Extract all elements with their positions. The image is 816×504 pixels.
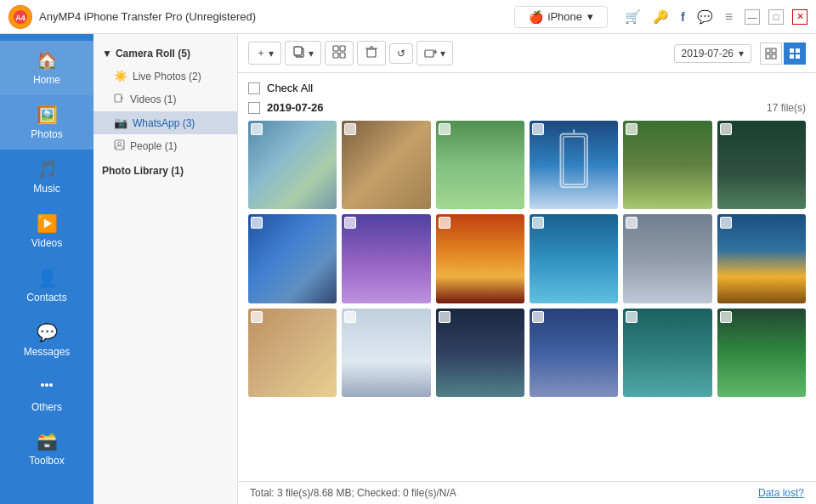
photo-thumb[interactable]	[717, 309, 806, 397]
photo-thumb[interactable]	[248, 214, 337, 303]
sidebar-item-messages[interactable]: 💬 Messages	[0, 313, 94, 367]
tree-item-live-photos[interactable]: ☀️ Live Photos (2)	[94, 65, 237, 88]
date-checkbox[interactable]	[248, 102, 260, 114]
copy-icon	[292, 45, 306, 61]
sync-button[interactable]: ↺	[389, 43, 413, 64]
cart-icon[interactable]: 🛒	[625, 9, 641, 25]
whatsapp-label: WhatsApp (3)	[133, 117, 195, 129]
view-grid-button[interactable]	[760, 42, 782, 65]
svg-rect-28	[561, 134, 587, 188]
photo-checkbox[interactable]	[532, 123, 544, 135]
photo-checkbox[interactable]	[439, 217, 450, 229]
contacts-icon: 👤	[37, 268, 58, 288]
minimize-button[interactable]: —	[745, 9, 760, 25]
photo-checkbox[interactable]	[251, 311, 263, 323]
photo-grid	[248, 121, 806, 397]
photo-thumb[interactable]	[530, 309, 618, 397]
facebook-icon[interactable]: f	[681, 10, 685, 24]
tree-item-videos[interactable]: Videos (1)	[94, 88, 237, 111]
photo-checkbox[interactable]	[251, 217, 263, 229]
sidebar-item-contacts[interactable]: 👤 Contacts	[0, 258, 94, 313]
toolbox-icon: 🗃️	[37, 431, 58, 451]
photo-thumb[interactable]	[342, 309, 430, 397]
live-photos-label: Live Photos (2)	[133, 71, 201, 82]
add-chevron: ▾	[269, 48, 274, 59]
photo-thumb[interactable]	[342, 214, 430, 303]
svg-rect-13	[340, 46, 345, 51]
photo-thumb[interactable]	[530, 214, 618, 303]
export-button[interactable]: ▾	[416, 41, 453, 65]
photo-thumb[interactable]	[717, 214, 806, 303]
sync-icon: ↺	[397, 48, 405, 59]
title-actions: 🛒 🔑 f 💬 ≡	[625, 9, 733, 25]
tree-item-people[interactable]: People (1)	[94, 134, 237, 158]
photo-thumb[interactable]	[436, 309, 524, 397]
key-icon[interactable]: 🔑	[653, 9, 669, 25]
svg-rect-6	[115, 94, 122, 102]
photo-thumb[interactable]	[248, 121, 337, 209]
sidebar-item-photos[interactable]: 🖼️ Photos	[0, 95, 94, 150]
photo-checkbox[interactable]	[344, 311, 356, 323]
app-logo: A4	[8, 5, 32, 29]
date-group-label: 2019-07-26	[267, 101, 324, 114]
close-button[interactable]: ✕	[792, 9, 808, 25]
photo-checkbox[interactable]	[532, 311, 544, 323]
photo-checkbox[interactable]	[720, 311, 732, 323]
check-all-checkbox[interactable]	[248, 82, 260, 94]
photo-thumb[interactable]	[717, 121, 806, 209]
photo-checkbox[interactable]	[626, 217, 638, 229]
view-large-grid-button[interactable]	[784, 42, 806, 65]
camera-roll-header[interactable]: ▼ Camera Roll (5)	[94, 42, 237, 65]
svg-rect-22	[766, 54, 770, 59]
photo-checkbox[interactable]	[439, 123, 450, 135]
copy-chevron: ▾	[309, 48, 314, 59]
device-name: iPhone	[548, 10, 582, 23]
photo-thumb[interactable]	[248, 309, 337, 397]
date-selector[interactable]: 2019-07-26 ▾	[674, 44, 751, 63]
sidebar-label-others: Others	[31, 401, 62, 413]
add-button[interactable]: ＋ ▾	[248, 42, 281, 65]
photo-checkbox[interactable]	[344, 217, 356, 229]
svg-rect-24	[790, 48, 794, 53]
photo-checkbox[interactable]	[720, 217, 732, 229]
date-value: 2019-07-26	[682, 48, 734, 59]
photo-checkbox[interactable]	[251, 123, 263, 135]
sidebar-item-music[interactable]: 🎵 Music	[0, 150, 94, 204]
photo-checkbox[interactable]	[626, 123, 638, 135]
tree-item-whatsapp[interactable]: 📷 WhatsApp (3)	[94, 111, 237, 134]
transfer-icon	[332, 45, 346, 61]
photo-library-label[interactable]: Photo Library (1)	[94, 158, 237, 184]
sidebar-item-others[interactable]: Others	[0, 367, 94, 422]
photo-area: Check All 2019-07-26 17 file(s)	[238, 73, 816, 481]
chat-icon[interactable]: 💬	[697, 9, 713, 25]
copy-button[interactable]: ▾	[285, 41, 321, 65]
photo-thumb[interactable]	[436, 121, 524, 209]
photo-checkbox[interactable]	[626, 311, 638, 323]
sidebar-item-videos[interactable]: ▶️ Videos	[0, 204, 94, 258]
data-lost-link[interactable]: Data lost?	[758, 487, 804, 499]
maximize-button[interactable]: □	[768, 9, 784, 25]
svg-point-4	[45, 383, 48, 387]
others-icon	[38, 377, 55, 398]
photo-checkbox[interactable]	[439, 311, 450, 323]
photo-thumb[interactable]	[530, 121, 618, 209]
photo-thumb[interactable]	[342, 121, 430, 209]
sidebar-label-home: Home	[33, 74, 60, 86]
transfer-button[interactable]	[325, 41, 354, 65]
menu-icon[interactable]: ≡	[725, 9, 733, 25]
sidebar-label-toolbox: Toolbox	[29, 455, 64, 467]
photo-thumb[interactable]	[623, 121, 711, 209]
photo-checkbox[interactable]	[720, 123, 732, 135]
delete-button[interactable]	[357, 41, 386, 65]
photo-thumb[interactable]	[623, 214, 711, 303]
photo-checkbox[interactable]	[532, 217, 544, 229]
photo-thumb[interactable]	[436, 214, 524, 303]
date-row: 2019-07-26 17 file(s)	[248, 101, 806, 114]
photo-thumb[interactable]	[623, 309, 711, 397]
home-icon: 🏠	[37, 50, 58, 71]
device-selector[interactable]: 🍎 iPhone ▾	[514, 6, 608, 28]
photo-checkbox[interactable]	[344, 123, 356, 135]
sidebar-item-toolbox[interactable]: 🗃️ Toolbox	[0, 422, 94, 476]
people-label: People (1)	[130, 140, 177, 152]
sidebar-item-home[interactable]: 🏠 Home	[0, 41, 94, 95]
